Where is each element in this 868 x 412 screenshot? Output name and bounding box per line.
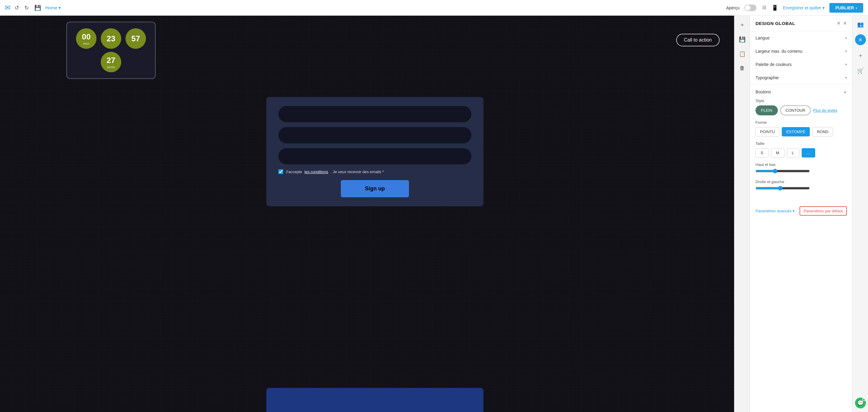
home-label: Home: [45, 5, 57, 10]
far-right-strip: 👥 ✕ ＋ 🛒 💬: [852, 16, 868, 412]
panel-title: DESIGN GLOBAL: [755, 21, 795, 26]
redo-button[interactable]: ↻: [23, 3, 30, 12]
style-plein-button[interactable]: PLEIN: [755, 105, 778, 115]
countdown-seconds: 57: [125, 28, 146, 49]
countdown-minutes: 23: [101, 28, 121, 49]
panel-row-largeur[interactable]: Largeur max. du contenu ▾: [750, 44, 852, 58]
forme-group: POINTU ESTOMPÉ ROND: [755, 127, 847, 136]
row-largeur-label: Largeur max. du contenu: [755, 49, 803, 54]
forme-rond-button[interactable]: ROND: [812, 127, 833, 136]
form-input-1[interactable]: [278, 106, 471, 122]
apercu-toggle[interactable]: [744, 4, 756, 11]
canvas-toolbar: ＋ 💾 📋 🗑: [734, 16, 750, 412]
conditions-link[interactable]: les conditions: [305, 170, 329, 174]
right-panel: DESIGN GLOBAL ✕ ✕ Langue ▾ Largeur max. …: [750, 16, 852, 412]
submit-button[interactable]: Sign up: [341, 180, 409, 197]
blue-footer-band: [266, 388, 484, 412]
apercu-label: Aperçu: [726, 5, 740, 10]
row-largeur-chevron: ▾: [845, 49, 847, 53]
mail-icon: ✉: [5, 4, 10, 12]
form-checkbox-row: J'accepte les conditions . Je veux recev…: [278, 169, 471, 174]
taille-m-button[interactable]: M: [771, 148, 784, 158]
row-langue-label: Langue: [755, 36, 770, 40]
countdown-section: 00 Hour 23 57 27 Secon: [66, 22, 156, 79]
row-typo-chevron: ▾: [845, 76, 847, 80]
params-avances-chevron: ▾: [793, 209, 795, 213]
cart-button[interactable]: 🛒: [855, 66, 866, 76]
canvas-tool-delete[interactable]: 🗑: [738, 63, 747, 73]
taille-l-button[interactable]: L: [787, 148, 799, 158]
droite-gauche-section: Droite et gauche: [755, 179, 847, 192]
publier-button[interactable]: PUBLIER ›: [829, 3, 863, 13]
people-button[interactable]: 👥: [855, 19, 866, 30]
params-avances-button[interactable]: Paramètres avancés ▾: [755, 209, 795, 213]
droite-gauche-slider[interactable]: [755, 186, 810, 191]
row-langue-chevron: ▾: [845, 36, 847, 40]
row-palette-label: Palette de couleurs: [755, 62, 792, 67]
save-button[interactable]: 💾: [33, 3, 42, 12]
panel-rows: Langue ▾ Largeur max. du contenu ▾ Palet…: [750, 31, 852, 84]
canvas-tool-copy[interactable]: 📋: [737, 49, 747, 59]
publier-label: PUBLIER: [835, 5, 854, 10]
form-submit-area: Sign up: [278, 180, 471, 197]
haut-bas-slider[interactable]: [755, 169, 810, 173]
form-section: J'accepte les conditions . Je veux recev…: [266, 97, 484, 206]
home-button[interactable]: Home ▾: [45, 5, 61, 10]
home-chevron-icon: ▾: [59, 5, 61, 10]
taille-field-label: Taille: [755, 141, 847, 146]
topbar-left: ✉ ↺ ↻ 💾 Home ▾: [5, 3, 61, 12]
params-avances-label: Paramètres avancés: [755, 209, 792, 213]
style-field-label: Style: [755, 99, 847, 103]
close-circle-button[interactable]: ✕: [855, 34, 866, 45]
enregistrer-button[interactable]: Enregistrer et quitter ▾: [783, 5, 825, 10]
chat-notification-dot: [862, 398, 865, 401]
checkbox-text-prefix: J'accepte: [286, 170, 302, 174]
haut-bas-section: Haut et bas: [755, 162, 847, 175]
panel-row-typo[interactable]: Typographie ▾: [750, 71, 852, 84]
panel-close-button[interactable]: ✕: [843, 21, 847, 26]
countdown-row-top: 00 Hour 23 57: [76, 28, 146, 49]
desktop-icon[interactable]: 🖥: [761, 4, 767, 11]
panel-row-langue[interactable]: Langue ▾: [750, 31, 852, 44]
panel-row-palette[interactable]: Palette de couleurs ▾: [750, 58, 852, 71]
canvas-tool-add[interactable]: ＋: [738, 19, 747, 30]
countdown-hours: 00 Hour: [76, 28, 96, 49]
canvas-background: Call to action 00 Hour 23 57: [0, 16, 750, 412]
taille-s-button[interactable]: S: [755, 148, 769, 158]
panel-header-icons: ✕ ✕: [837, 21, 847, 26]
form-input-3[interactable]: [278, 148, 471, 165]
undo-button[interactable]: ↺: [13, 3, 20, 12]
droite-gauche-label: Droite et gauche: [755, 179, 847, 184]
form-input-2[interactable]: [278, 127, 471, 143]
publier-arrow-icon: ›: [856, 5, 857, 10]
panel-header: DESIGN GLOBAL ✕ ✕: [750, 16, 852, 31]
boutons-title: Boutons: [755, 90, 771, 94]
checkbox-text-suffix: . Je veux recevoir des emails *: [331, 170, 384, 174]
canvas-tool-save[interactable]: 💾: [737, 34, 747, 44]
forme-field-label: Forme: [755, 120, 847, 125]
chat-button[interactable]: 💬: [855, 398, 866, 408]
topbar-right: Aperçu 🖥 📱 Enregistrer et quitter ▾ PUBL…: [726, 3, 863, 13]
taille-more-button[interactable]: ...: [802, 148, 815, 158]
topbar: ✉ ↺ ↻ 💾 Home ▾ Aperçu 🖥 📱 Enregistrer et…: [0, 0, 868, 16]
panel-pin-button[interactable]: ✕: [837, 21, 841, 26]
forme-estompe-button[interactable]: ESTOMPÉ: [782, 127, 810, 136]
boutons-header: Boutons ▲: [755, 90, 847, 94]
form-checkbox[interactable]: [278, 169, 283, 174]
params-defaut-button[interactable]: Paramètres par défaut: [800, 206, 847, 216]
taille-group: S M L ...: [755, 148, 847, 158]
style-group: PLEIN CONTOUR Plus de styles: [755, 105, 847, 115]
boutons-section: Boutons ▲ Style PLEIN CONTOUR Plus de st…: [750, 84, 852, 202]
haut-bas-label: Haut et bas: [755, 162, 847, 167]
style-more-button[interactable]: Plus de styles: [813, 108, 837, 113]
mobile-icon[interactable]: 📱: [772, 4, 778, 11]
main-layout: Call to action 00 Hour 23 57: [0, 16, 868, 412]
panel-footer: Paramètres avancés ▾ Paramètres par défa…: [750, 202, 852, 220]
style-contour-button[interactable]: CONTOUR: [780, 105, 811, 115]
forme-pointu-button[interactable]: POINTU: [755, 127, 779, 136]
boutons-chevron-icon[interactable]: ▲: [843, 90, 847, 94]
cta-button[interactable]: Call to action: [676, 34, 720, 46]
plus-button[interactable]: ＋: [856, 50, 865, 61]
row-palette-chevron: ▾: [845, 62, 847, 67]
countdown-extra: 27 Secon: [101, 52, 121, 72]
